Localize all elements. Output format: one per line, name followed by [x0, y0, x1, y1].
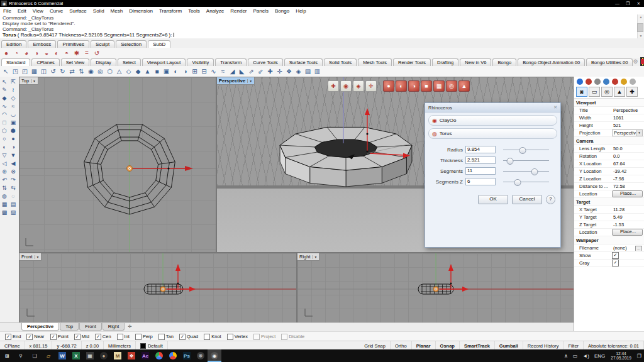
toolbar-icon[interactable]: ⊟ [199, 67, 209, 76]
property-value[interactable]: (none) [612, 245, 643, 251]
viewport-right-label[interactable]: Right▼ [297, 253, 319, 261]
checkbox[interactable] [50, 334, 57, 340]
toolbar-tab[interactable]: Viewport Layout [142, 58, 186, 66]
palette-tool-icon[interactable]: ↷ [9, 175, 18, 184]
taskbar-app[interactable]: ● [97, 349, 111, 362]
osnap-toggle[interactable]: Near [26, 334, 44, 340]
checkbox[interactable] [74, 334, 80, 340]
osnap-toggle[interactable]: Project [253, 334, 275, 340]
viewport-perspective-label[interactable]: Perspective▼ [217, 77, 255, 85]
clayoo-tool-icon[interactable]: = [82, 49, 91, 57]
status-pane[interactable]: Absolute tolerance: 0.01 [584, 341, 644, 350]
cancel-button[interactable]: Cancel [512, 195, 542, 204]
property-value[interactable]: 0.0 [612, 153, 643, 159]
palette-tool-icon[interactable]: ≀ [9, 85, 18, 94]
clock[interactable]: 12:4427.05.2019 [608, 351, 635, 360]
status-pane[interactable]: CPlane [0, 341, 25, 350]
palette-tool-icon[interactable]: ▤ [9, 200, 18, 208]
clayoo-edit-icon[interactable]: ◉ [340, 80, 352, 92]
toolbar-icon[interactable]: ❖ [284, 67, 294, 76]
toolbar-icon[interactable]: ▲ [143, 67, 152, 76]
status-pane[interactable]: x 881.15 [25, 341, 53, 350]
viewport-top[interactable]: Top▼ [19, 77, 216, 253]
checkbox[interactable] [5, 334, 11, 340]
viewport-page-tab[interactable]: Right [103, 323, 125, 331]
toolbar-icon[interactable]: ◈ [294, 67, 303, 76]
property-value[interactable]: -7.98 [612, 176, 643, 182]
scroll-thumb[interactable] [637, 23, 643, 32]
command-scrollbar[interactable]: ▲ ▼ [637, 14, 644, 38]
viewport-menu-icon[interactable]: ▼ [35, 255, 40, 259]
toolbar-icon[interactable]: ◳ [11, 67, 20, 76]
notification-icon[interactable]: ❐ [635, 353, 644, 359]
toolbar-tab[interactable]: Surface Tools [284, 58, 323, 66]
checkbox[interactable] [26, 334, 33, 340]
palette-tool-icon[interactable]: ◌ [9, 192, 18, 200]
checkbox[interactable] [253, 334, 260, 340]
status-pane[interactable]: Default [136, 341, 168, 350]
panel-tab-icon[interactable] [603, 79, 609, 85]
dialog-group-header[interactable]: ◍ Torus [428, 128, 557, 139]
taskbar-app[interactable]: X [69, 349, 83, 362]
checkbox[interactable] [281, 334, 287, 340]
status-pane[interactable]: Millimeters [104, 341, 136, 350]
clayoo-primitive-icon[interactable]: ◐ [396, 80, 407, 92]
toolbar-icon[interactable]: ▣ [162, 67, 171, 76]
field-input[interactable]: 9.854 [465, 146, 496, 153]
clayoo-primitive-icon[interactable]: ▦ [433, 80, 445, 92]
osnap-toggle[interactable]: Int [117, 334, 130, 340]
osnap-toggle[interactable]: Vertex [227, 334, 248, 340]
clayoo-edit-icon[interactable]: ✚ [328, 80, 339, 92]
scroll-down-icon[interactable]: ▼ [638, 33, 644, 38]
taskbar-app[interactable]: ❖ [125, 349, 138, 362]
toolbar-tab[interactable]: SubD [148, 40, 170, 48]
toolbar-icon[interactable]: ∿ [209, 67, 218, 76]
property-value[interactable]: Perspective [612, 107, 643, 113]
clayoo-primitive-icon[interactable]: ■ [421, 80, 432, 92]
gear-icon[interactable]: ⚙ [633, 58, 638, 65]
osnap-toggle[interactable]: Knot [204, 334, 221, 340]
checkbox[interactable] [227, 334, 233, 340]
dialog-title-bar[interactable]: Rhinoceros ✕ [425, 103, 560, 112]
viewport-front[interactable]: Front▼ [19, 253, 297, 324]
toolbar-icon[interactable]: ◢ [228, 67, 237, 76]
toolbar-icon[interactable]: ◉ [86, 67, 96, 76]
menu-item[interactable]: Dimension [126, 7, 156, 14]
toolbar-tab[interactable]: Transform [215, 58, 247, 66]
menu-item[interactable]: View [30, 7, 47, 14]
palette-tool-icon[interactable]: ▨ [9, 208, 18, 216]
menu-item[interactable]: Surface [66, 7, 90, 14]
menu-item[interactable]: Panels [250, 7, 272, 14]
taskbar-app[interactable]: ▦ [83, 349, 97, 362]
checkbox[interactable] [135, 334, 142, 340]
toolbar-tab[interactable]: Curve Tools [248, 58, 282, 66]
field-input[interactable]: 6 [465, 178, 496, 185]
osnap-toggle[interactable]: Cen [95, 334, 111, 340]
field-input[interactable]: 11 [465, 167, 496, 175]
palette-tool-icon[interactable]: ▽ [0, 151, 9, 159]
slider-handle[interactable] [506, 158, 513, 165]
checkbox[interactable] [179, 334, 186, 340]
palette-tool-icon[interactable]: ⇱ [9, 77, 18, 85]
dialog-group-header[interactable]: ◉ ClayOo [428, 115, 557, 126]
viewport-menu-icon[interactable]: ▼ [313, 255, 318, 259]
property-value[interactable]: Place... [612, 229, 643, 236]
palette-tool-icon[interactable]: ⊕ [0, 167, 9, 175]
toolbar-tab[interactable]: Display [91, 58, 116, 66]
viewport-top-label[interactable]: Top▼ [19, 77, 38, 85]
palette-tool-icon[interactable]: ◁ [0, 159, 9, 167]
checkbox[interactable] [158, 334, 165, 340]
field-slider[interactable] [503, 182, 549, 182]
taskbar-app[interactable]: Ae [138, 349, 152, 362]
viewport-menu-icon[interactable]: ▼ [31, 79, 36, 83]
maximize-button[interactable]: ❐ [623, 0, 633, 7]
palette-tool-icon[interactable]: □ [0, 118, 9, 126]
toolbar-icon[interactable]: ✚ [265, 67, 275, 76]
panel-tab-icon[interactable] [577, 79, 583, 85]
toolbar-tab[interactable]: CPlanes [31, 58, 59, 66]
viewport-page-tab[interactable]: Top [60, 323, 79, 331]
taskbar-app[interactable]: ◉ [208, 349, 221, 362]
panel-tab-icon[interactable] [594, 79, 601, 85]
clayoo-primitive-icon[interactable]: ◎ [446, 80, 457, 92]
toolbar-icon[interactable]: ✛ [275, 67, 284, 76]
